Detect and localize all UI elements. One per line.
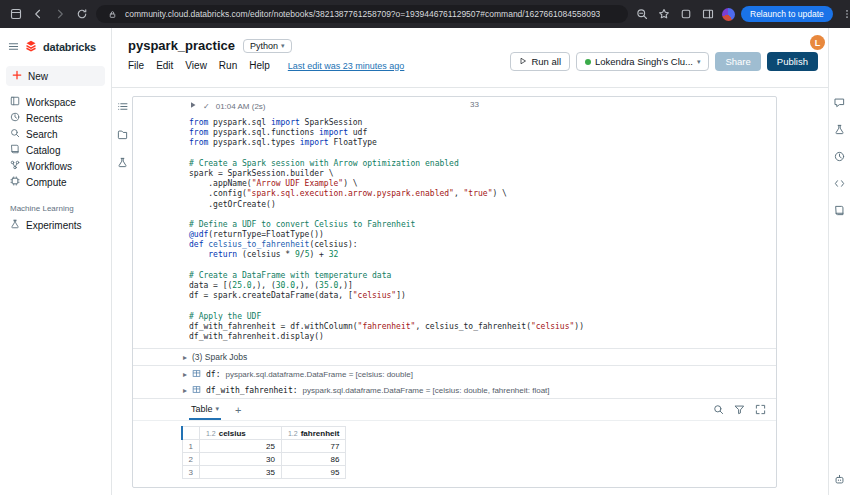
sidebar-item-search[interactable]: Search [0,126,111,142]
search-icon [10,128,20,140]
code-panel-icon[interactable] [834,175,845,193]
code-line: .config("spark.sql.execution.arrow.pyspa… [189,189,768,199]
table-row[interactable]: 23086 [182,453,346,466]
cell-run-status: 01:04 AM (2s) [216,102,266,111]
hamburger-menu-icon[interactable] [8,38,19,56]
code-line: from pyspark.sql import SparkSession [189,118,768,128]
folder-icon[interactable] [117,126,128,144]
sidebar-item-workspace[interactable]: Workspace [0,94,111,110]
forward-icon[interactable] [52,6,68,22]
menu-file[interactable]: File [128,60,144,71]
menu-help[interactable]: Help [249,60,270,71]
browser-toolbar: community.cloud.databricks.com/editor/no… [0,0,850,28]
menu-run[interactable]: Run [219,60,237,71]
column-header-celsius[interactable]: 1.2celsius [199,427,281,440]
code-editor[interactable]: from pyspark.sql import SparkSessionfrom… [133,115,776,348]
side-panel-icon[interactable] [700,6,716,22]
result-tabs: Table ▾ + [133,399,776,421]
relaunch-button[interactable]: Relaunch to update [741,6,833,22]
share-button[interactable]: Share [715,52,760,71]
add-visualization-button[interactable]: + [235,404,241,416]
row-number-header[interactable] [182,427,199,440]
code-line: # Create a Spark session with Arrow opti… [189,159,768,169]
chevron-down-icon: ▾ [216,405,220,413]
comments-icon[interactable] [834,94,845,112]
tab-overview-icon[interactable] [8,6,24,22]
compute-icon [10,176,20,188]
sidebar: databricks New Workspace Recents Search … [0,28,112,495]
code-line [189,149,768,159]
cluster-status-dot [585,59,591,65]
sidebar-new-button[interactable]: New [6,66,105,86]
menu-view[interactable]: View [185,60,207,71]
code-line: return (celsius * 9/5) + 32 [189,250,768,260]
experiments-flask-icon[interactable] [117,154,128,172]
chevron-down-icon: ▾ [281,42,285,50]
notebook-header: pyspark_practice Python▾ File Edit View … [112,28,828,88]
chevron-down-icon: ▾ [697,58,701,66]
lock-icon [104,6,120,22]
expand-results-icon[interactable] [755,401,766,419]
table-of-contents-icon[interactable] [117,98,128,116]
dataframe-row-df-with-fahrenheit[interactable]: ▸ df_with_fahrenheit: pyspark.sql.datafr… [133,382,776,398]
version-history-icon[interactable] [834,148,845,166]
reload-icon[interactable] [74,6,90,22]
mlflow-flask-icon[interactable] [834,121,845,139]
sidebar-item-compute[interactable]: Compute [0,174,111,190]
code-line: df = spark.createDataFrame(data, ["celsi… [189,291,768,301]
sidebar-item-catalog[interactable]: Catalog [0,142,111,158]
databricks-logo-icon [25,38,37,56]
code-line: df_with_fahrenheit.display() [189,332,768,342]
row-number-cell: 2 [182,453,199,466]
sidebar-item-workflows[interactable]: Workflows [0,158,111,174]
dataframe-row-df[interactable]: ▸ df: pyspark.sql.dataframe.DataFrame = … [133,366,776,382]
cell-run-icon[interactable] [189,101,197,111]
browser-menu-icon[interactable] [839,6,850,22]
table-row[interactable]: 12577 [182,440,346,453]
code-line [189,261,768,271]
menu-edit[interactable]: Edit [156,60,173,71]
result-table: 1.2celsius 1.2fahrenheit 125772308633595 [181,426,346,479]
expand-caret-icon: ▸ [183,353,187,362]
row-number-cell: 3 [182,466,199,479]
filter-icon[interactable] [734,401,745,419]
code-line: def celsius_to_fahrenheit(celsius): [189,240,768,250]
last-edit-link[interactable]: Last edit was 23 minutes ago [288,61,405,71]
databricks-app: databricks New Workspace Recents Search … [0,28,850,495]
spark-jobs-row[interactable]: ▸ (3) Spark Jobs [133,348,776,365]
result-panel: Table ▾ + [133,398,776,487]
search-results-icon[interactable] [713,401,724,419]
back-icon[interactable] [30,6,46,22]
extensions-icon[interactable] [678,6,694,22]
code-line: data = [(25.0,), (30.0,), (35.0,)] [189,281,768,291]
cluster-selector[interactable]: Lokendra Singh's Clu... ▾ [576,52,709,71]
table-row[interactable]: 33595 [182,466,346,479]
right-rail [828,28,850,495]
browser-profile-avatar[interactable] [722,8,735,21]
notebook-title[interactable]: pyspark_practice [128,38,235,53]
notebook-canvas: ✓ 01:04 AM (2s) 33 from pyspark.sql impo… [132,88,828,495]
clock-icon [10,112,20,124]
language-selector[interactable]: Python▾ [243,39,292,53]
run-all-button[interactable]: Run all [510,52,570,71]
notebook-cell: ✓ 01:04 AM (2s) 33 from pyspark.sql impo… [132,96,777,488]
assistant-icon[interactable] [834,471,845,489]
zoom-icon[interactable] [634,6,650,22]
publish-button[interactable]: Publish [767,52,818,71]
value-cell: 25 [199,440,281,453]
sidebar-item-recents[interactable]: Recents [0,110,111,126]
catalog-panel-icon[interactable] [834,202,845,220]
column-header-fahrenheit[interactable]: 1.2fahrenheit [281,427,345,440]
sidebar-item-experiments[interactable]: Experiments [0,217,111,233]
bookmark-star-icon[interactable] [656,6,672,22]
expand-caret-icon: ▸ [183,386,187,395]
user-avatar[interactable]: L [810,35,825,50]
code-line: df_with_fahrenheit = df.withColumn("fahr… [189,322,768,332]
address-bar[interactable]: community.cloud.databricks.com/editor/no… [96,5,628,23]
code-line: from pyspark.sql.types import FloatType [189,138,768,148]
code-line: .appName("Arrow UDF Example") \ [189,179,768,189]
code-line: spark = SparkSession.builder \ [189,169,768,179]
databricks-wordmark: databricks [43,41,96,53]
tab-table[interactable]: Table ▾ [189,399,221,420]
value-cell: 30 [199,453,281,466]
